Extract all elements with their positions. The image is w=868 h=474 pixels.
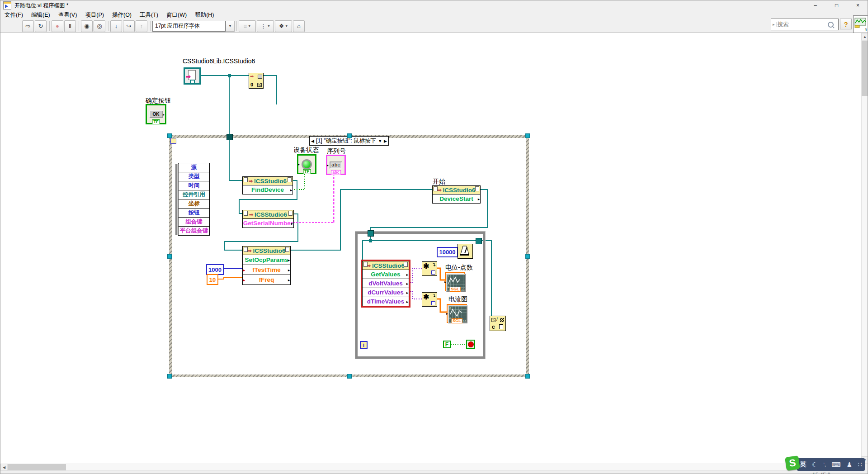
loop-tunnel-top[interactable] <box>368 230 374 237</box>
context-help-button[interactable]: ? <box>840 19 852 29</box>
waveform-chart-current[interactable]: ▸ 2 0 00 10 SGL <box>447 304 467 323</box>
ime-mode-label[interactable]: 英 <box>800 460 806 469</box>
loop-iteration-terminal[interactable]: i <box>360 341 368 349</box>
event-data-item-mods[interactable]: 组合键 <box>178 217 210 227</box>
selection-handle[interactable] <box>167 374 172 379</box>
vscroll-up-button[interactable]: ▲ <box>861 33 868 40</box>
event-data-item-type[interactable]: 类型 <box>178 172 210 181</box>
param-row[interactable]: dTimeValues ▸ <box>363 297 409 306</box>
hscroll-thumb[interactable] <box>8 464 66 470</box>
run-button[interactable]: ⇨ <box>22 20 34 32</box>
run-continuous-button[interactable]: ↻ <box>35 20 47 32</box>
reorder-button[interactable]: ❖▼ <box>275 20 292 32</box>
event-timeout-terminal[interactable] <box>170 138 176 144</box>
event-data-item-coords[interactable]: 坐标 <box>178 199 210 209</box>
highlight-execution-button[interactable]: ◉ <box>81 20 93 32</box>
cleanup-diagram-button[interactable]: ⌂ <box>293 20 305 32</box>
event-data-item-source[interactable]: 源 <box>178 163 210 172</box>
vi-icon[interactable]: 1 <box>853 15 868 33</box>
invoke-node-find-device[interactable]: ➡ ICSStudio6 FindDevice ▸ <box>242 176 293 194</box>
ok-button-terminal[interactable]: OK ▸ TF <box>146 104 166 124</box>
pause-button[interactable]: Ⅱ <box>64 20 76 32</box>
event-data-item-ctlref[interactable]: 控件引用 <box>178 190 210 199</box>
method-row[interactable]: FindDevice ▸ <box>243 185 292 194</box>
grid-icon[interactable]: ∷ <box>858 461 862 468</box>
search-input[interactable] <box>777 21 828 28</box>
invoke-node-get-values[interactable]: ➡ ICSStudio6 GetValues ▸ dVoltValues ▸ d… <box>362 261 409 306</box>
next-case-icon[interactable]: ▶ <box>384 139 387 143</box>
sogou-logo-icon[interactable]: S <box>785 455 800 471</box>
selection-handle[interactable] <box>525 133 530 138</box>
moon-icon[interactable]: ☾ <box>812 461 818 468</box>
variant-to-data-node[interactable]: ✱ ↴ <box>422 261 437 276</box>
false-constant[interactable]: F <box>443 341 451 348</box>
prev-case-icon[interactable]: ◀ <box>311 139 314 143</box>
param-row[interactable]: ▸ fTestTime ▸ <box>243 265 290 275</box>
param-row[interactable]: ▸ fFreq ▸ <box>243 275 290 284</box>
case-dropdown-icon[interactable]: ▼ <box>378 139 382 143</box>
ime-toolbar[interactable]: 英 ☾ ’, ⌨ ♟ ∷ <box>797 458 865 471</box>
hscrollbar[interactable] <box>8 464 854 471</box>
search-box[interactable]: ▸ <box>771 19 839 30</box>
method-row[interactable]: SetOcpParams ▸ <box>243 255 290 265</box>
method-row[interactable]: GetValues ▸ <box>363 270 409 279</box>
invoke-node-get-serial[interactable]: ➡ ICSStudio6 GetSerialNumber ▸ <box>242 210 294 228</box>
menu-view[interactable]: 查看(V) <box>54 11 81 19</box>
wait-ms-multiple-node[interactable] <box>458 244 473 259</box>
invoke-node-device-start[interactable]: ➡ ICSStudio6 DeviceStart ▸ <box>432 185 481 204</box>
event-case-title[interactable]: [1] "确定按钮": 鼠标按下 <box>316 137 376 145</box>
menu-operate[interactable]: 操作(O) <box>108 11 136 19</box>
step-over-button[interactable]: ↪ <box>123 20 135 32</box>
retain-wire-values-button[interactable]: ◎ <box>94 20 105 32</box>
loop-condition-terminal[interactable] <box>466 340 475 349</box>
event-data-item-platmods[interactable]: 平台组合键 <box>178 226 210 236</box>
variant-to-data-node[interactable]: ✱ ↴ <box>422 292 437 307</box>
event-tunnel[interactable] <box>226 134 233 140</box>
param-row[interactable]: dVoltValues ▸ <box>363 279 409 288</box>
menu-window[interactable]: 窗口(W) <box>162 11 191 19</box>
vscrollbar[interactable] <box>861 40 868 456</box>
punctuation-icon[interactable]: ’, <box>823 462 826 467</box>
create-object-node[interactable]: ➡ 0 <box>249 73 264 89</box>
constant-test-time[interactable]: 1000 <box>206 264 224 275</box>
close-button[interactable]: × <box>847 0 868 10</box>
selection-handle[interactable] <box>347 133 352 138</box>
close-reference-node[interactable]: / c <box>490 316 506 331</box>
menu-file[interactable]: 文件(F) <box>0 11 27 19</box>
keyboard-icon[interactable]: ⌨ <box>832 461 841 468</box>
distribute-objects-button[interactable]: ⋮▼ <box>257 20 274 32</box>
event-data-node[interactable]: 源 类型 时间 控件引用 坐标 按钮 组合键 平台组合键 <box>175 163 210 236</box>
device-status-led-terminal[interactable]: ▸ TF <box>297 154 316 174</box>
serial-number-terminal[interactable]: ▸ abc abc <box>326 155 346 175</box>
invoke-node-set-ocp-params[interactable]: ➡ ICSStudio6 SetOcpParams ▸ ▸ fTestTime … <box>242 246 291 285</box>
method-row[interactable]: DeviceStart ▸ <box>433 194 480 203</box>
selection-handle[interactable] <box>167 254 172 259</box>
method-row[interactable]: GetSerialNumber ▸ <box>243 218 293 228</box>
event-data-item-time[interactable]: 时间 <box>178 181 210 190</box>
class-constant[interactable]: ➡ <box>184 67 201 85</box>
maximize-button[interactable]: □ <box>826 0 847 10</box>
step-into-button[interactable]: ↓ <box>110 20 122 32</box>
person-icon[interactable]: ♟ <box>846 461 852 468</box>
constant-freq[interactable]: 10 <box>207 274 218 285</box>
align-objects-button[interactable]: ≡▼ <box>239 20 256 32</box>
selection-handle[interactable] <box>525 374 530 379</box>
param-row[interactable]: dCurrValues ▸ <box>363 288 409 297</box>
menu-tools[interactable]: 工具(T) <box>136 11 162 19</box>
vscroll-thumb[interactable] <box>862 41 868 96</box>
abort-button[interactable]: ● <box>52 20 63 32</box>
waveform-chart-potential[interactable]: ▸ 2 0 00 10 SGL <box>445 272 465 291</box>
loop-tunnel-right[interactable] <box>476 238 482 244</box>
minimize-button[interactable]: – <box>805 0 826 10</box>
selection-handle[interactable] <box>347 374 352 379</box>
selection-handle[interactable] <box>167 133 172 138</box>
event-data-item-button[interactable]: 按钮 <box>178 208 210 218</box>
selection-handle[interactable] <box>525 254 530 259</box>
hscroll-left-button[interactable]: ◀ <box>0 464 8 471</box>
menu-help[interactable]: 帮助(H) <box>191 11 218 19</box>
step-out-button[interactable]: ↑ <box>136 20 147 32</box>
menu-edit[interactable]: 编辑(E) <box>27 11 54 19</box>
font-dropdown-arrow[interactable]: ▼ <box>226 21 235 32</box>
menu-project[interactable]: 项目(P) <box>81 11 108 19</box>
font-selector[interactable]: 17pt 应用程序字体 <box>152 21 226 32</box>
